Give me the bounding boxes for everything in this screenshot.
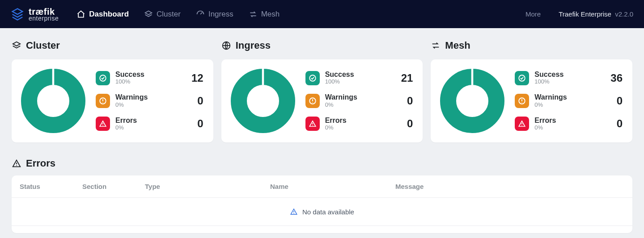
- col-section[interactable]: Section: [82, 183, 145, 190]
- stat-pct: 100%: [325, 79, 354, 85]
- ingress-card: Success 100% 21 Warnings 0% 0: [221, 59, 423, 142]
- col-type[interactable]: Type: [145, 183, 270, 190]
- svg-point-30: [16, 165, 17, 166]
- errors-empty-text: No data available: [302, 208, 354, 216]
- col-name[interactable]: Name: [270, 183, 395, 190]
- section-mesh: Mesh Success 100%: [431, 40, 632, 142]
- svg-point-32: [293, 213, 294, 214]
- stat-label: Success: [325, 71, 354, 79]
- alert-circle-icon: [96, 94, 110, 108]
- stat-warnings: Warnings 0% 0: [305, 93, 413, 108]
- stat-count: 12: [191, 72, 203, 84]
- stat-count: 0: [197, 117, 203, 130]
- layers-icon: [144, 10, 153, 19]
- brand-sub: enterprise: [29, 15, 59, 21]
- donut-chart: [439, 67, 506, 134]
- check-circle-icon: [305, 71, 320, 85]
- stat-success: Success 100% 36: [515, 71, 623, 85]
- stat-count: 21: [401, 72, 413, 84]
- stat-label: Success: [115, 71, 144, 79]
- errors-table: Status Section Type Name Message No data…: [12, 175, 632, 233]
- stat-pct: 0%: [325, 125, 347, 131]
- alert-circle-icon: [515, 94, 529, 108]
- stat-label: Errors: [325, 117, 347, 125]
- stat-label: Warnings: [115, 93, 148, 101]
- section-ingress: Ingress Success 10: [221, 40, 423, 142]
- swap-icon: [249, 10, 258, 19]
- alert-circle-icon: [305, 94, 320, 108]
- svg-marker-0: [13, 8, 23, 14]
- section-title-text: Mesh: [445, 40, 470, 51]
- swap-icon: [431, 41, 441, 50]
- errors-empty-row: No data available: [12, 198, 632, 226]
- check-circle-icon: [515, 71, 529, 85]
- section-title-text: Cluster: [26, 40, 60, 51]
- stat-label: Errors: [534, 117, 556, 125]
- svg-point-8: [102, 102, 103, 103]
- svg-point-10: [102, 125, 103, 126]
- stat-errors: Errors 0% 0: [96, 117, 203, 131]
- stat-warnings: Warnings 0% 0: [96, 93, 203, 108]
- stat-label: Success: [534, 71, 564, 79]
- section-title-text: Ingress: [236, 40, 271, 51]
- stat-count: 0: [617, 117, 623, 130]
- stat-count: 0: [197, 95, 203, 107]
- nav-label: Ingress: [208, 10, 233, 19]
- stat-label: Errors: [115, 117, 137, 125]
- nav-mesh[interactable]: Mesh: [249, 10, 280, 19]
- section-errors: Errors Status Section Type Name Message …: [12, 158, 632, 233]
- stat-count: 0: [617, 95, 623, 107]
- stat-pct: 100%: [534, 79, 564, 85]
- stat-errors: Errors 0% 0: [305, 117, 413, 131]
- stat-success: Success 100% 21: [305, 71, 413, 85]
- nav-items: Dashboard Cluster Ingress Mesh: [76, 10, 280, 19]
- stat-pct: 100%: [115, 79, 144, 85]
- errors-header-row: Status Section Type Name Message: [12, 175, 632, 198]
- svg-marker-2: [13, 42, 21, 46]
- nav-more[interactable]: More: [525, 10, 541, 18]
- svg-rect-4: [52, 69, 55, 85]
- home-icon: [76, 10, 85, 19]
- stat-label: Warnings: [325, 93, 357, 101]
- svg-point-26: [522, 102, 523, 103]
- svg-point-20: [312, 125, 313, 126]
- alert-triangle-icon: [12, 159, 21, 168]
- nav-label: Cluster: [157, 10, 181, 19]
- brand-logo-icon: [11, 8, 24, 21]
- nav-cluster[interactable]: Cluster: [144, 10, 181, 19]
- check-circle-icon: [96, 71, 110, 85]
- stat-count: 0: [407, 95, 413, 107]
- col-message[interactable]: Message: [395, 183, 624, 190]
- alert-triangle-icon: [515, 117, 529, 131]
- product-name: Traefik Enterprise: [559, 10, 611, 18]
- layers-icon: [12, 41, 21, 50]
- cluster-card: Success 100% 12 Warnings 0% 0: [12, 59, 213, 142]
- stat-pct: 0%: [534, 102, 567, 109]
- svg-rect-14: [262, 69, 264, 85]
- donut-chart: [229, 67, 297, 134]
- errors-title-text: Errors: [26, 158, 55, 169]
- nav-ingress[interactable]: Ingress: [196, 10, 233, 19]
- stat-pct: 0%: [115, 102, 148, 109]
- svg-rect-22: [471, 69, 474, 85]
- nav-dashboard[interactable]: Dashboard: [76, 10, 129, 19]
- top-nav: træfik enterprise Dashboard Cluster Ingr…: [0, 0, 644, 28]
- section-cluster: Cluster Success 10: [12, 40, 213, 142]
- alert-triangle-icon: [96, 117, 110, 131]
- svg-point-28: [522, 125, 523, 126]
- col-status[interactable]: Status: [20, 183, 82, 190]
- donut-chart: [20, 67, 87, 134]
- stat-pct: 0%: [115, 125, 137, 131]
- nav-label: Dashboard: [89, 10, 129, 19]
- stat-success: Success 100% 12: [96, 71, 203, 85]
- nav-label: Mesh: [261, 10, 280, 19]
- brand[interactable]: træfik enterprise: [11, 7, 59, 21]
- stat-pct: 0%: [325, 102, 357, 109]
- globe-icon: [221, 41, 231, 50]
- stat-pct: 0%: [534, 125, 556, 131]
- nav-product[interactable]: Traefik Enterprise v2.2.0: [559, 10, 633, 18]
- stat-label: Warnings: [534, 93, 567, 101]
- stat-warnings: Warnings 0% 0: [515, 93, 623, 108]
- gauge-icon: [196, 10, 205, 19]
- product-version: v2.2.0: [615, 10, 633, 18]
